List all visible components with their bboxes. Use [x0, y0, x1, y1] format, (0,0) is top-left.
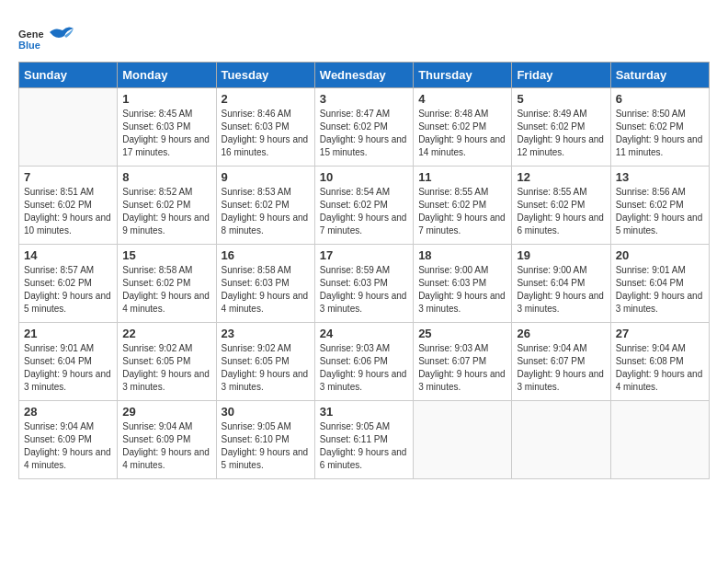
sunrise-text: Sunrise: 8:58 AM: [222, 265, 291, 275]
calendar-cell: 23 Sunrise: 9:02 AM Sunset: 6:05 PM Dayl…: [216, 323, 314, 401]
sunrise-text: Sunrise: 8:51 AM: [24, 187, 94, 197]
calendar-cell: 31 Sunrise: 9:05 AM Sunset: 6:11 PM Dayl…: [314, 401, 413, 479]
sunrise-text: Sunrise: 8:49 AM: [517, 109, 586, 119]
daylight-text: Daylight: 9 hours and 3 minutes.: [517, 291, 604, 314]
calendar-cell: 21 Sunrise: 9:01 AM Sunset: 6:04 PM Dayl…: [19, 323, 118, 401]
weekday-header-cell: Saturday: [610, 63, 709, 88]
day-number: 8: [122, 170, 210, 184]
daylight-text: Daylight: 9 hours and 8 minutes.: [222, 213, 309, 236]
day-number: 12: [517, 170, 605, 184]
daylight-text: Daylight: 9 hours and 11 minutes.: [616, 134, 703, 157]
weekday-header-cell: Friday: [512, 63, 610, 88]
calendar-cell: 7 Sunrise: 8:51 AM Sunset: 6:02 PM Dayli…: [19, 167, 118, 245]
calendar-cell: 22 Sunrise: 9:02 AM Sunset: 6:05 PM Dayl…: [118, 323, 216, 401]
daylight-text: Daylight: 9 hours and 12 minutes.: [517, 134, 604, 157]
sunset-text: Sunset: 6:06 PM: [320, 356, 388, 366]
weekday-header-cell: Monday: [118, 63, 216, 88]
calendar-cell: 10 Sunrise: 8:54 AM Sunset: 6:02 PM Dayl…: [314, 167, 413, 245]
day-number: 10: [320, 170, 408, 184]
daylight-text: Daylight: 9 hours and 5 minutes.: [222, 447, 309, 470]
day-number: 26: [517, 327, 605, 340]
daylight-text: Daylight: 9 hours and 5 minutes.: [616, 213, 703, 236]
daylight-text: Daylight: 9 hours and 3 minutes.: [320, 291, 407, 314]
calendar-table: SundayMondayTuesdayWednesdayThursdayFrid…: [18, 62, 710, 479]
sunrise-text: Sunrise: 8:52 AM: [122, 187, 192, 197]
calendar-cell: 9 Sunrise: 8:53 AM Sunset: 6:02 PM Dayli…: [216, 167, 314, 245]
calendar-cell: 24 Sunrise: 9:03 AM Sunset: 6:06 PM Dayl…: [314, 323, 413, 401]
daylight-text: Daylight: 9 hours and 17 minutes.: [122, 134, 210, 157]
day-number: 15: [122, 248, 210, 262]
weekday-header-row: SundayMondayTuesdayWednesdayThursdayFrid…: [19, 63, 710, 88]
calendar-cell: 19 Sunrise: 9:00 AM Sunset: 6:04 PM Dayl…: [512, 245, 610, 323]
sunset-text: Sunset: 6:10 PM: [222, 434, 290, 444]
weekday-header-cell: Wednesday: [314, 63, 413, 88]
day-number: 27: [616, 327, 704, 340]
weekday-header-cell: Tuesday: [216, 63, 314, 88]
daylight-text: Daylight: 9 hours and 3 minutes.: [320, 369, 407, 392]
sunset-text: Sunset: 6:02 PM: [222, 200, 290, 210]
sunrise-text: Sunrise: 8:57 AM: [24, 265, 94, 275]
sunrise-text: Sunrise: 9:03 AM: [320, 343, 390, 353]
sunset-text: Sunset: 6:02 PM: [24, 200, 92, 210]
daylight-text: Daylight: 9 hours and 4 minutes.: [616, 369, 703, 392]
sunset-text: Sunset: 6:09 PM: [24, 434, 92, 444]
calendar-cell: 15 Sunrise: 8:58 AM Sunset: 6:02 PM Dayl…: [118, 245, 216, 323]
logo-icon: General Blue: [18, 25, 44, 51]
sunrise-text: Sunrise: 8:50 AM: [616, 109, 686, 119]
day-number: 28: [24, 405, 112, 419]
logo-bird-icon: [46, 23, 75, 52]
sunrise-text: Sunrise: 8:55 AM: [517, 187, 586, 197]
calendar-cell: 12 Sunrise: 8:55 AM Sunset: 6:02 PM Dayl…: [512, 167, 610, 245]
calendar-cell: 25 Sunrise: 9:03 AM Sunset: 6:07 PM Dayl…: [414, 323, 512, 401]
calendar-cell: 5 Sunrise: 8:49 AM Sunset: 6:02 PM Dayli…: [512, 88, 610, 167]
sunset-text: Sunset: 6:05 PM: [122, 356, 190, 366]
daylight-text: Daylight: 9 hours and 7 minutes.: [320, 213, 407, 236]
calendar-cell: 8 Sunrise: 8:52 AM Sunset: 6:02 PM Dayli…: [118, 167, 216, 245]
daylight-text: Daylight: 9 hours and 6 minutes.: [320, 447, 407, 470]
sunset-text: Sunset: 6:07 PM: [418, 356, 486, 366]
sunrise-text: Sunrise: 8:48 AM: [418, 109, 488, 119]
sunrise-text: Sunrise: 8:55 AM: [418, 187, 488, 197]
sunset-text: Sunset: 6:03 PM: [418, 278, 486, 288]
day-number: 14: [24, 248, 112, 262]
daylight-text: Daylight: 9 hours and 3 minutes.: [517, 369, 604, 392]
sunset-text: Sunset: 6:07 PM: [517, 356, 585, 366]
svg-text:General: General: [18, 29, 44, 40]
logo: General Blue: [18, 23, 75, 52]
daylight-text: Daylight: 9 hours and 4 minutes.: [122, 447, 210, 470]
calendar-week-row: 1 Sunrise: 8:45 AM Sunset: 6:03 PM Dayli…: [19, 88, 710, 167]
calendar-body: 1 Sunrise: 8:45 AM Sunset: 6:03 PM Dayli…: [19, 88, 710, 479]
sunset-text: Sunset: 6:04 PM: [24, 356, 92, 366]
sunset-text: Sunset: 6:03 PM: [122, 121, 190, 132]
sunset-text: Sunset: 6:02 PM: [418, 200, 486, 210]
day-number: 3: [320, 92, 408, 106]
day-number: 2: [222, 92, 310, 106]
calendar-cell: 30 Sunrise: 9:05 AM Sunset: 6:10 PM Dayl…: [216, 401, 314, 479]
day-number: 11: [418, 170, 506, 184]
sunset-text: Sunset: 6:02 PM: [616, 121, 684, 132]
daylight-text: Daylight: 9 hours and 3 minutes.: [24, 369, 111, 392]
sunset-text: Sunset: 6:03 PM: [222, 121, 290, 132]
sunrise-text: Sunrise: 9:02 AM: [122, 343, 192, 353]
sunset-text: Sunset: 6:02 PM: [517, 121, 585, 132]
calendar-week-row: 21 Sunrise: 9:01 AM Sunset: 6:04 PM Dayl…: [19, 323, 710, 401]
header: General Blue: [18, 18, 710, 52]
calendar-cell: 4 Sunrise: 8:48 AM Sunset: 6:02 PM Dayli…: [414, 88, 512, 167]
calendar-cell: 28 Sunrise: 9:04 AM Sunset: 6:09 PM Dayl…: [19, 401, 118, 479]
sunrise-text: Sunrise: 8:47 AM: [320, 109, 390, 119]
sunset-text: Sunset: 6:03 PM: [222, 278, 290, 288]
calendar-cell: [19, 88, 118, 167]
day-number: 6: [616, 92, 704, 106]
calendar-cell: 18 Sunrise: 9:00 AM Sunset: 6:03 PM Dayl…: [414, 245, 512, 323]
calendar-week-row: 14 Sunrise: 8:57 AM Sunset: 6:02 PM Dayl…: [19, 245, 710, 323]
calendar-cell: 3 Sunrise: 8:47 AM Sunset: 6:02 PM Dayli…: [314, 88, 413, 167]
daylight-text: Daylight: 9 hours and 5 minutes.: [24, 291, 111, 314]
sunset-text: Sunset: 6:03 PM: [320, 278, 388, 288]
calendar-cell: [414, 401, 512, 479]
sunrise-text: Sunrise: 8:53 AM: [222, 187, 291, 197]
sunrise-text: Sunrise: 8:45 AM: [122, 109, 192, 119]
sunset-text: Sunset: 6:09 PM: [122, 434, 190, 444]
day-number: 30: [222, 405, 310, 419]
day-number: 31: [320, 405, 408, 419]
daylight-text: Daylight: 9 hours and 9 minutes.: [122, 213, 210, 236]
